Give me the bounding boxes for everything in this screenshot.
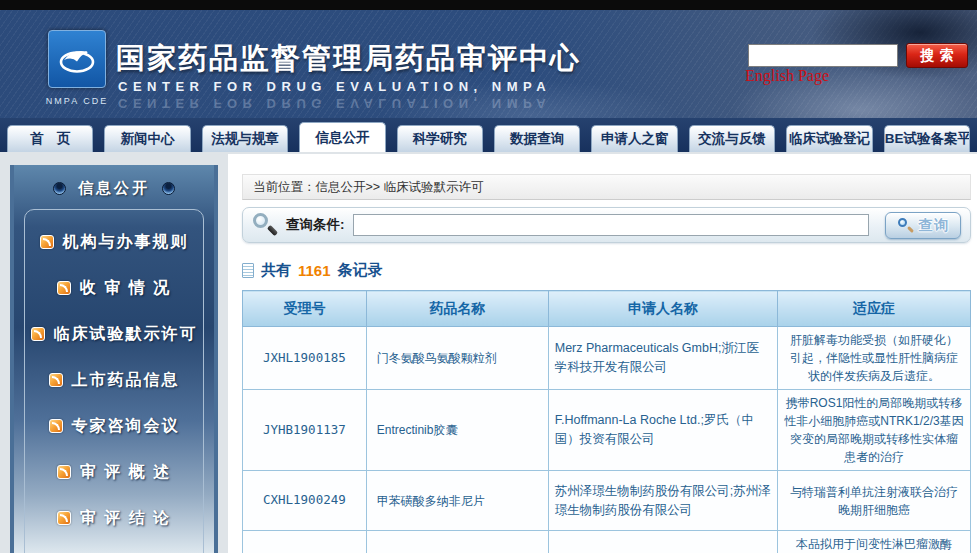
cell-indication: 与特瑞普利单抗注射液联合治疗晚期肝细胞癌 xyxy=(778,471,971,531)
logo-caption: NMPA CDE xyxy=(40,96,114,106)
sidebar-menu-item[interactable]: 审 评 结 论 xyxy=(25,495,203,541)
magnifier-small-icon xyxy=(897,217,914,234)
record-count-prefix: 共有 xyxy=(261,261,291,280)
query-form: 查询条件: 查询 xyxy=(242,207,971,243)
query-button[interactable]: 查询 xyxy=(885,212,961,239)
cell-indication: 本品拟用于间变性淋巴瘤激酶（ALK）阳性的局部晚期和转移的非小细胞肺癌（NSCL… xyxy=(778,531,971,553)
cell-acceptance-number: JYHB1901137 xyxy=(243,390,367,471)
main-navigation: 首 页新闻中心法规与规章信息公开科学研究数据查询申请人之窗交流与反馈临床试验登记… xyxy=(0,118,977,152)
sidebar-title-label: 信息公开 xyxy=(78,179,150,198)
nav-tab[interactable]: 临床试验登记 xyxy=(786,125,872,152)
sidebar-menu-item-label: 专家咨询会议 xyxy=(72,416,180,437)
cell-drug-name: Entrectinib胶囊 xyxy=(366,390,548,471)
nav-tab[interactable]: 信息公开 xyxy=(299,122,385,152)
sidebar: 信息公开 机构与办事规则 收 审 情 况 临床试验默示许可 上市药品信息 xyxy=(10,165,218,553)
rss-icon xyxy=(49,373,63,387)
cell-applicant-name: 苏州泽璟生物制药股份有限公司;苏州泽璟生物制药股份有限公司 xyxy=(548,471,777,531)
cell-acceptance-number: CXHL1900249 xyxy=(243,471,367,531)
sidebar-menu-item-label: 临床试验默示许可 xyxy=(54,324,198,345)
cell-drug-name: TQ-B3101胶囊 xyxy=(366,531,548,553)
sidebar-menu: 机构与办事规则 收 审 情 况 临床试验默示许可 上市药品信息 专家咨询会议 审… xyxy=(24,209,204,553)
sidebar-menu-item-label: 审 评 概 述 xyxy=(80,462,171,483)
nav-tab[interactable]: 科学研究 xyxy=(397,125,483,152)
sidebar-menu-item[interactable]: 机构与办事规则 xyxy=(25,219,203,265)
site-title-english-reflection: CENTER FOR DRUG EVALUATION, NMPA xyxy=(118,96,551,111)
query-button-label: 查询 xyxy=(919,216,950,235)
table-row[interactable]: CXHB1900050 TQ-B3101胶囊 正大天晴药业集团股份有限公司;正大… xyxy=(243,531,971,553)
table-header-row: 受理号药品名称申请人名称适应症 xyxy=(243,291,971,327)
rss-icon xyxy=(57,511,71,525)
site-header: NMPA CDE 国家药品监督管理局药品审评中心 CENTER FOR DRUG… xyxy=(0,10,977,118)
content-area: 信息公开 机构与办事规则 收 审 情 况 临床试验默示许可 上市药品信息 xyxy=(0,152,977,553)
sidebar-menu-item[interactable]: 收 审 情 况 xyxy=(25,265,203,311)
cell-acceptance-number: CXHB1900050 xyxy=(243,531,367,553)
sidebar-menu-item-label: 上市药品信息 xyxy=(72,370,180,391)
sidebar-header: 信息公开 xyxy=(14,179,214,198)
nav-tab[interactable]: 首 页 xyxy=(7,125,93,152)
english-page-link[interactable]: English Page xyxy=(745,67,829,85)
rss-icon xyxy=(57,465,71,479)
table-header-cell[interactable]: 药品名称 xyxy=(366,291,548,327)
cell-indication: 携带ROS1阳性的局部晚期或转移性非小细胞肺癌或NTRK1/2/3基因突变的局部… xyxy=(778,390,971,471)
query-condition-input[interactable] xyxy=(353,214,870,236)
rss-icon xyxy=(49,419,63,433)
record-count-suffix: 条记录 xyxy=(338,261,383,280)
table-header-cell[interactable]: 申请人名称 xyxy=(548,291,777,327)
cell-acceptance-number: JXHL1900185 xyxy=(243,327,367,390)
table-row[interactable]: CXHL1900249 甲苯磺酸多纳非尼片 苏州泽璟生物制药股份有限公司;苏州泽… xyxy=(243,471,971,531)
nmpa-cde-logo[interactable] xyxy=(48,30,106,88)
rss-icon xyxy=(31,327,45,341)
sidebar-menu-item-label: 收 审 情 况 xyxy=(80,278,171,299)
sidebar-menu-item[interactable]: 临床试验默示许可 xyxy=(25,311,203,357)
nav-tab[interactable]: BE试验备案平台 xyxy=(884,125,970,152)
results-table: 受理号药品名称申请人名称适应症 JXHL1900185 门冬氨酸鸟氨酸颗粒剂 M… xyxy=(242,290,971,553)
main-panel: 当前位置：信息公开>> 临床试验默示许可 查询条件: 查询 共有 1161 xyxy=(228,154,977,553)
sidebar-menu-item-label: 机构与办事规则 xyxy=(63,232,189,253)
swallow-logo-icon xyxy=(55,39,99,79)
nav-tab[interactable]: 数据查询 xyxy=(494,125,580,152)
site-search-button[interactable]: 搜索 xyxy=(906,43,968,68)
query-condition-label: 查询条件: xyxy=(286,216,345,234)
sidebar-menu-item[interactable]: 专家咨询会议 xyxy=(25,403,203,449)
cell-indication: 肝脏解毒功能受损（如肝硬化）引起，伴隐性或显性肝性脑病症状的伴发疾病及后遗症。 xyxy=(778,327,971,390)
table-body: JXHL1900185 门冬氨酸鸟氨酸颗粒剂 Merz Pharmaceutic… xyxy=(243,327,971,553)
sphere-icon xyxy=(53,182,66,195)
site-title-chinese: 国家药品监督管理局药品审评中心 xyxy=(116,39,581,79)
rss-icon xyxy=(57,281,71,295)
rss-icon xyxy=(40,235,54,249)
top-black-bar xyxy=(0,0,977,10)
magnifier-icon xyxy=(252,212,278,239)
sphere-icon xyxy=(162,182,175,195)
nav-tab[interactable]: 新闻中心 xyxy=(104,125,190,152)
site-title-english: CENTER FOR DRUG EVALUATION, NMPA xyxy=(118,79,551,94)
nav-tab[interactable]: 法规与规章 xyxy=(202,125,288,152)
cell-drug-name: 甲苯磺酸多纳非尼片 xyxy=(366,471,548,531)
sidebar-menu-item[interactable]: 审 评 概 述 xyxy=(25,449,203,495)
sidebar-menu-item[interactable]: 审 评 报 告 xyxy=(25,541,203,553)
cell-applicant-name: Merz Pharmaceuticals GmbH;浙江医学科技开发有限公司 xyxy=(548,327,777,390)
breadcrumb: 当前位置：信息公开>> 临床试验默示许可 xyxy=(242,174,971,200)
table-row[interactable]: JXHL1900185 门冬氨酸鸟氨酸颗粒剂 Merz Pharmaceutic… xyxy=(243,327,971,390)
site-search-input[interactable] xyxy=(748,44,898,67)
table-row[interactable]: JYHB1901137 Entrectinib胶囊 F.Hoffmann-La … xyxy=(243,390,971,471)
table-header-cell[interactable]: 受理号 xyxy=(243,291,367,327)
cell-applicant-name: 正大天晴药业集团股份有限公司;正大天晴药业集团股份有限公司;东南大学 xyxy=(548,531,777,553)
record-count-row: 共有 1161 条记录 xyxy=(242,261,971,280)
table-header-cell[interactable]: 适应症 xyxy=(778,291,971,327)
cell-applicant-name: F.Hoffmann-La Roche Ltd.;罗氏（中国）投资有限公司 xyxy=(548,390,777,471)
record-count-value: 1161 xyxy=(298,262,331,279)
sidebar-menu-item[interactable]: 上市药品信息 xyxy=(25,357,203,403)
cell-drug-name: 门冬氨酸鸟氨酸颗粒剂 xyxy=(366,327,548,390)
nav-tab[interactable]: 申请人之窗 xyxy=(591,125,677,152)
nav-tab[interactable]: 交流与反馈 xyxy=(689,125,775,152)
sidebar-menu-item-label: 审 评 结 论 xyxy=(80,508,171,529)
list-doc-icon xyxy=(242,263,254,278)
